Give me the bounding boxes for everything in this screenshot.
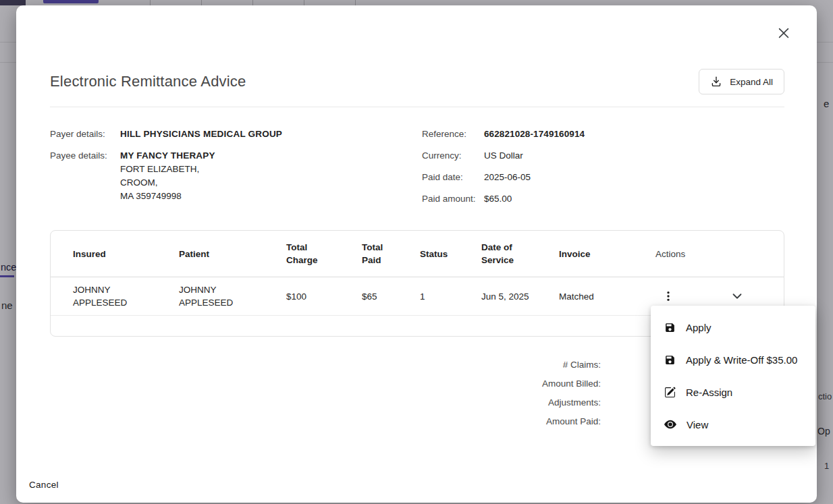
page-title: Electronic Remittance Advice bbox=[50, 73, 246, 90]
payee-address-line: FORT ELIZABETH, bbox=[120, 163, 215, 176]
payee-details-label: Payee details: bbox=[50, 149, 120, 203]
expand-all-button[interactable]: Expand All bbox=[699, 69, 784, 94]
cell-total-charge: $100 bbox=[286, 291, 362, 302]
menu-item-apply[interactable]: Apply bbox=[651, 311, 815, 343]
cell-patient: JOHNNY APPLESEED bbox=[179, 283, 286, 309]
menu-item-label: Apply & Write-Off $35.00 bbox=[686, 354, 797, 366]
menu-item-apply-write-off[interactable]: Apply & Write-Off $35.00 bbox=[651, 343, 815, 376]
paid-date-label: Paid date: bbox=[422, 171, 477, 184]
cancel-button[interactable]: Cancel bbox=[25, 479, 63, 491]
row-actions-dropdown: Apply Apply & Write-Off $35.00 Re-Assign bbox=[651, 306, 815, 446]
reference-label: Reference: bbox=[422, 128, 477, 141]
amount-billed-label: Amount Billed: bbox=[50, 374, 601, 393]
payer-name: HILL PHYSICIANS MEDICAL GROUP bbox=[120, 128, 282, 141]
column-header-patient: Patient bbox=[179, 249, 286, 259]
menu-item-re-assign[interactable]: Re-Assign bbox=[651, 376, 815, 408]
amount-paid-label: Amount Paid: bbox=[50, 412, 601, 431]
paid-date-value: 2025-06-05 bbox=[484, 171, 784, 184]
row-expand-button[interactable] bbox=[727, 286, 747, 306]
header-divider bbox=[50, 107, 784, 107]
save-icon bbox=[664, 322, 676, 333]
paid-amount-value: $65.00 bbox=[484, 192, 784, 206]
cell-insured: JOHNNY APPLESEED bbox=[73, 283, 179, 309]
payer-details-row: Payer details: HILL PHYSICIANS MEDICAL G… bbox=[50, 128, 422, 141]
menu-item-view[interactable]: View bbox=[651, 408, 815, 441]
column-header-status: Status bbox=[420, 249, 481, 259]
payer-details-label: Payer details: bbox=[50, 128, 120, 141]
payee-name: MY FANCY THERAPY bbox=[120, 149, 215, 163]
column-header-actions: Actions bbox=[655, 249, 784, 259]
eye-icon bbox=[664, 418, 676, 430]
edit-icon bbox=[664, 387, 676, 398]
column-header-total-paid: Total Paid bbox=[362, 241, 420, 267]
modal-header: Electronic Remittance Advice Expand All bbox=[50, 69, 784, 94]
payer-payee-column: Payer details: HILL PHYSICIANS MEDICAL G… bbox=[50, 128, 422, 206]
kebab-menu-icon bbox=[662, 289, 675, 303]
column-header-date-of-service: Date of Service bbox=[481, 241, 559, 267]
cell-total-paid: $65 bbox=[362, 291, 420, 302]
menu-item-label: Re-Assign bbox=[686, 387, 732, 398]
chevron-down-icon bbox=[730, 289, 745, 304]
remittance-advice-dialog: Electronic Remittance Advice Expand All … bbox=[16, 5, 817, 503]
reference-value: 662821028-1749160914 bbox=[484, 128, 784, 141]
column-header-insured: Insured bbox=[73, 249, 179, 259]
expand-all-label: Expand All bbox=[730, 77, 773, 87]
menu-item-label: Apply bbox=[686, 322, 711, 333]
column-header-invoice: Invoice bbox=[559, 249, 655, 259]
cell-date-of-service: Jun 5, 2025 bbox=[481, 291, 559, 302]
cell-actions bbox=[655, 286, 784, 306]
currency-label: Currency: bbox=[422, 149, 477, 163]
payment-meta-column: Reference: 662821028-1749160914 Currency… bbox=[422, 128, 784, 206]
column-header-total-charge: Total Charge bbox=[286, 241, 362, 267]
payee-details-row: Payee details: MY FANCY THERAPY FORT ELI… bbox=[50, 149, 422, 203]
payee-address-line: MA 359749998 bbox=[120, 190, 215, 203]
download-icon bbox=[710, 76, 722, 88]
paid-amount-label: Paid amount: bbox=[422, 192, 477, 206]
payee-address-block: MY FANCY THERAPY FORT ELIZABETH, CROOM, … bbox=[120, 149, 215, 203]
cell-status: 1 bbox=[420, 291, 481, 302]
payee-address-line: CROOM, bbox=[120, 176, 215, 190]
currency-value: US Dollar bbox=[484, 149, 784, 163]
payment-details-section: Payer details: HILL PHYSICIANS MEDICAL G… bbox=[50, 128, 784, 206]
table-header-row: Insured Patient Total Charge Total Paid … bbox=[51, 231, 784, 277]
save-icon bbox=[664, 354, 676, 366]
menu-item-label: View bbox=[687, 419, 708, 430]
row-actions-menu-button[interactable] bbox=[658, 286, 678, 306]
cell-invoice-status: Matched bbox=[559, 291, 655, 302]
claims-count-label: # Claims: bbox=[50, 356, 601, 374]
adjustments-label: Adjustments: bbox=[50, 393, 601, 412]
